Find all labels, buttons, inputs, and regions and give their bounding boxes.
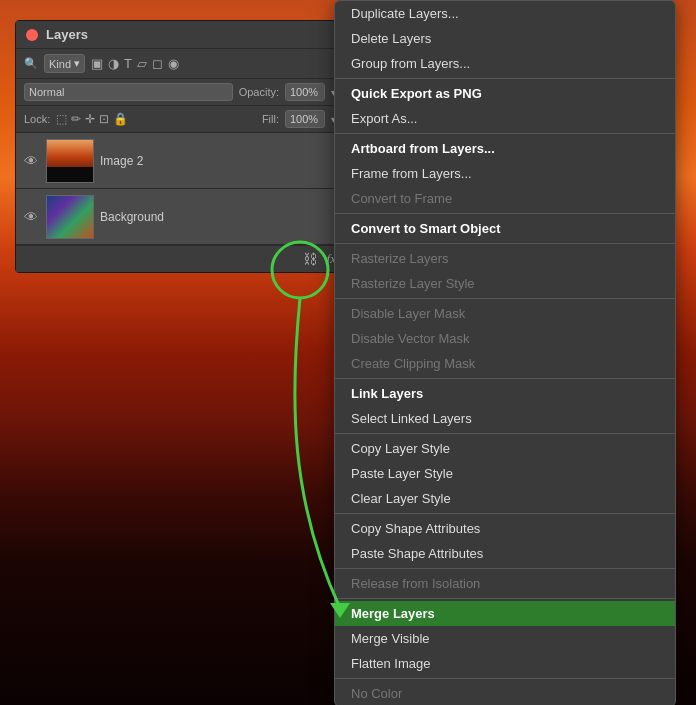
layer-name-image2: Image 2 [100,154,336,168]
filter-toolbar: 🔍 Kind ▾ ▣ ◑ T ▱ ◻ ◉ [16,49,344,79]
menu-item-disable-layer-mask: Disable Layer Mask [335,301,675,326]
menu-item-release-from-isolation: Release from Isolation [335,571,675,596]
layer-item-image2[interactable]: 👁 Image 2 [16,133,344,189]
lock-pixel-icon[interactable]: ⬚ [56,112,67,126]
menu-separator [335,213,675,214]
type-filter-icon[interactable]: T [124,56,132,71]
menu-item-quick-export-png[interactable]: Quick Export as PNG [335,81,675,106]
layer-name-background: Background [100,210,336,224]
layer-thumb-image2 [46,139,94,183]
lock-row: Lock: ⬚ ✏ ✛ ⊡ 🔒 Fill: 100% ▾ [16,106,344,133]
panel-bottom-toolbar: ⛓ fx [16,245,344,272]
kind-chevron-icon: ▾ [74,57,80,70]
menu-item-convert-to-smart-object[interactable]: Convert to Smart Object [335,216,675,241]
lock-brush-icon[interactable]: ✏ [71,112,81,126]
blend-mode-select[interactable]: Normal [24,83,233,101]
lock-artboard-icon[interactable]: ⊡ [99,112,109,126]
menu-item-rasterize-layer-style: Rasterize Layer Style [335,271,675,296]
close-button[interactable] [26,29,38,41]
layer-item-background[interactable]: 👁 Background [16,189,344,245]
menu-item-merge-visible[interactable]: Merge Visible [335,626,675,651]
menu-separator [335,598,675,599]
menu-item-delete-layers[interactable]: Delete Layers [335,26,675,51]
lock-all-icon[interactable]: 🔒 [113,112,128,126]
blend-mode-label: Normal [29,86,64,98]
menu-item-duplicate-layers[interactable]: Duplicate Layers... [335,1,675,26]
layers-panel: Layers 🔍 Kind ▾ ▣ ◑ T ▱ ◻ ◉ Normal Opaci… [15,20,345,273]
search-icon: 🔍 [24,57,38,70]
menu-item-clear-layer-style[interactable]: Clear Layer Style [335,486,675,511]
pixel-filter-icon[interactable]: ▣ [91,56,103,71]
context-menu: Duplicate Layers...Delete LayersGroup fr… [334,0,676,705]
kind-label: Kind [49,58,71,70]
menu-item-rasterize-layers: Rasterize Layers [335,246,675,271]
lock-label: Lock: [24,113,50,125]
extra-filter-icon[interactable]: ◉ [168,56,179,71]
menu-item-group-from-layers[interactable]: Group from Layers... [335,51,675,76]
menu-item-artboard-from-layers[interactable]: Artboard from Layers... [335,136,675,161]
fill-input[interactable]: 100% [285,110,325,128]
menu-item-disable-vector-mask: Disable Vector Mask [335,326,675,351]
layer-thumb-background [46,195,94,239]
menu-separator [335,378,675,379]
blend-row: Normal Opacity: 100% ▾ [16,79,344,106]
opacity-label: Opacity: [239,86,279,98]
menu-item-merge-layers[interactable]: Merge Layers [335,601,675,626]
smart-filter-icon[interactable]: ◻ [152,56,163,71]
filter-icons: ▣ ◑ T ▱ ◻ ◉ [91,56,179,71]
menu-item-export-as[interactable]: Export As... [335,106,675,131]
menu-item-flatten-image[interactable]: Flatten Image [335,651,675,676]
menu-item-no-color: No Color [335,681,675,705]
menu-separator [335,243,675,244]
menu-separator [335,513,675,514]
menu-separator [335,678,675,679]
menu-separator [335,298,675,299]
visibility-icon-image2[interactable]: 👁 [24,153,40,169]
menu-separator [335,133,675,134]
thumb-preview-background [47,196,93,238]
menu-item-copy-layer-style[interactable]: Copy Layer Style [335,436,675,461]
adjustment-filter-icon[interactable]: ◑ [108,56,119,71]
opacity-input[interactable]: 100% [285,83,325,101]
menu-item-paste-shape-attributes[interactable]: Paste Shape Attributes [335,541,675,566]
menu-separator [335,568,675,569]
thumb-preview-image2 [47,140,93,182]
lock-icons: ⬚ ✏ ✛ ⊡ 🔒 [56,112,128,126]
menu-item-copy-shape-attributes[interactable]: Copy Shape Attributes [335,516,675,541]
link-layers-icon[interactable]: ⛓ [303,251,317,267]
lock-position-icon[interactable]: ✛ [85,112,95,126]
panel-title: Layers [46,27,88,42]
menu-item-convert-to-frame: Convert to Frame [335,186,675,211]
panel-header: Layers [16,21,344,49]
fill-label: Fill: [262,113,279,125]
menu-item-link-layers[interactable]: Link Layers [335,381,675,406]
menu-item-create-clipping-mask: Create Clipping Mask [335,351,675,376]
visibility-icon-background[interactable]: 👁 [24,209,40,225]
menu-separator [335,433,675,434]
kind-select[interactable]: Kind ▾ [44,54,85,73]
menu-item-frame-from-layers[interactable]: Frame from Layers... [335,161,675,186]
menu-item-paste-layer-style[interactable]: Paste Layer Style [335,461,675,486]
shape-filter-icon[interactable]: ▱ [137,56,147,71]
menu-separator [335,78,675,79]
menu-item-select-linked-layers[interactable]: Select Linked Layers [335,406,675,431]
